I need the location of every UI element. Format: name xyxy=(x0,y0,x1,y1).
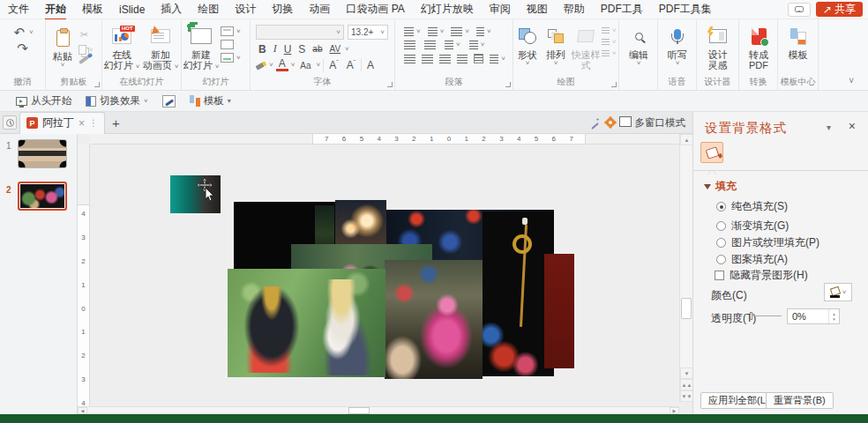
grow-font-button[interactable]: Aˆ xyxy=(326,59,340,71)
decrease-indent-icon[interactable] xyxy=(404,41,415,49)
transparency-slider-track[interactable] xyxy=(752,315,782,316)
font-launcher-icon[interactable] xyxy=(387,82,393,87)
transparency-spinner[interactable]: ▴ ▾ xyxy=(828,309,839,323)
edit-button[interactable]: 编辑 ˅ xyxy=(619,22,658,67)
italic-button[interactable]: I xyxy=(271,42,280,56)
tab-menu-icon[interactable]: ⋮ xyxy=(89,118,98,128)
transparency-spinbox[interactable]: 0% ▴ ▾ xyxy=(787,308,840,324)
paragraph-launcher-icon[interactable] xyxy=(505,82,511,87)
slide-image-center-performers[interactable] xyxy=(385,260,483,379)
solid-fill-option[interactable]: 纯色填充(S) xyxy=(716,199,788,214)
scroll-right-button[interactable]: ▶ xyxy=(670,407,679,414)
menu-pocket-animation[interactable]: 口袋动画 PA xyxy=(338,0,412,19)
slide-layout-icon[interactable] xyxy=(221,26,234,36)
vertical-scrollbar[interactable]: ▲ ▼ ▲▲ ▼▼ xyxy=(679,134,692,402)
bold-button[interactable]: B xyxy=(256,43,269,56)
slide-image-left-pair[interactable] xyxy=(228,269,385,377)
tab-close-icon[interactable]: × xyxy=(79,117,85,130)
shape-outline-icon[interactable] xyxy=(602,39,610,46)
text-box-icon[interactable] xyxy=(474,54,483,63)
menu-transitions[interactable]: 切换 xyxy=(264,0,301,19)
comment-button[interactable] xyxy=(788,3,811,17)
align-center-icon[interactable] xyxy=(422,55,433,63)
design-inspiration-button[interactable]: 设计 灵感 xyxy=(699,22,737,70)
magic-wand-icon[interactable] xyxy=(590,118,600,128)
char-spacing-button[interactable]: AV xyxy=(326,44,343,54)
slide-image-maroon[interactable] xyxy=(544,254,574,368)
numbering-icon[interactable] xyxy=(428,27,438,36)
annotate-button[interactable] xyxy=(157,93,181,109)
multi-window-button[interactable]: 多窗口模式 xyxy=(621,116,686,130)
columns-icon[interactable] xyxy=(445,41,453,49)
spin-down-icon[interactable]: ▾ xyxy=(833,316,835,322)
undo-button[interactable]: ↶ xyxy=(11,26,26,40)
change-case-button[interactable]: Aa xyxy=(297,61,313,70)
scroll-up-button[interactable]: ▲ xyxy=(680,134,692,145)
horizontal-scroll-thumb[interactable] xyxy=(348,407,370,414)
wrap-text-icon[interactable] xyxy=(490,55,498,63)
menu-pdf-tools[interactable]: PDF工具 xyxy=(593,0,651,19)
sort-icon[interactable] xyxy=(476,27,484,36)
hide-background-checkbox[interactable] xyxy=(715,271,724,280)
menu-view[interactable]: 视图 xyxy=(519,0,556,19)
shape-effects-icon[interactable] xyxy=(602,50,610,57)
text-direction-icon[interactable] xyxy=(469,41,478,49)
to-pdf-button[interactable]: 转成 PDF xyxy=(739,22,778,70)
gradient-fill-radio[interactable] xyxy=(716,221,726,231)
menu-file[interactable]: 文件 xyxy=(0,0,37,19)
menu-draw[interactable]: 绘图 xyxy=(190,0,227,19)
panel-close-icon[interactable]: × xyxy=(849,119,856,133)
copy-icon[interactable] xyxy=(79,45,86,55)
redo-button[interactable]: ↷ xyxy=(15,41,30,56)
font-size-select[interactable]: 13.2+˅ xyxy=(348,25,388,40)
document-tab[interactable]: P 阿拉丁 × ⋮ xyxy=(19,112,105,134)
template-button[interactable]: 模板 xyxy=(779,22,818,60)
bullets-icon[interactable] xyxy=(404,27,414,36)
menu-slideshow[interactable]: 幻灯片放映 xyxy=(413,0,482,19)
from-start-button[interactable]: 从头开始 xyxy=(11,93,77,109)
new-tab-button[interactable]: + xyxy=(105,115,127,130)
slide-image-stage[interactable] xyxy=(335,200,386,249)
shrink-font-button[interactable]: Aˇ xyxy=(344,59,358,71)
menu-template[interactable]: 模板 xyxy=(74,0,111,19)
menu-islide[interactable]: iSlide xyxy=(111,1,153,19)
increase-indent-icon[interactable] xyxy=(424,41,436,49)
reset-background-button[interactable]: 重置背景(B) xyxy=(766,392,834,409)
section-icon[interactable] xyxy=(221,53,234,63)
cut-button[interactable]: ✂ xyxy=(79,27,94,41)
menu-animations[interactable]: 动画 xyxy=(301,0,338,19)
settings-gear-icon[interactable] xyxy=(606,118,615,127)
line-spacing-icon[interactable] xyxy=(451,27,462,36)
collapse-ribbon-icon[interactable]: ˅ xyxy=(849,78,854,85)
picture-fill-option[interactable]: 图片或纹理填充(P) xyxy=(716,235,819,250)
fill-tab-button[interactable] xyxy=(700,142,723,163)
horizontal-scrollbar[interactable]: ◀ ▶ xyxy=(78,406,679,414)
transition-effect-button[interactable]: 切换效果 ˅ xyxy=(80,93,153,109)
highlight-color-icon[interactable] xyxy=(256,61,267,70)
slide-image-crescent[interactable] xyxy=(483,212,554,376)
quick-template-button[interactable]: 模板 ▾ xyxy=(184,93,236,109)
reset-slide-icon[interactable] xyxy=(221,40,234,49)
menu-design[interactable]: 设计 xyxy=(227,0,264,19)
picture-fill-radio[interactable] xyxy=(716,238,726,248)
menu-review[interactable]: 审阅 xyxy=(482,0,519,19)
gradient-rectangle-object[interactable] xyxy=(170,175,221,213)
clipboard-launcher-icon[interactable] xyxy=(94,82,100,87)
drawing-launcher-icon[interactable] xyxy=(611,82,617,87)
shadow-button[interactable]: S xyxy=(296,43,308,56)
underline-button[interactable]: U xyxy=(281,43,295,56)
gradient-fill-option[interactable]: 渐变填充(G) xyxy=(716,219,789,234)
vertical-scroll-thumb[interactable] xyxy=(681,298,692,319)
menu-pdf-toolkit[interactable]: PDF工具集 xyxy=(651,0,720,19)
color-picker-button[interactable]: ˅ xyxy=(824,283,852,301)
shape-fill-icon[interactable] xyxy=(602,27,610,34)
font-color-button[interactable]: A xyxy=(276,59,288,71)
scroll-left-button[interactable]: ◀ xyxy=(78,407,87,414)
next-slide-button[interactable]: ▼▼ xyxy=(680,390,692,402)
pattern-fill-option[interactable]: 图案填充(A) xyxy=(716,252,788,267)
undo-caret-icon[interactable]: ˅ xyxy=(29,29,34,36)
menu-home[interactable]: 开始 xyxy=(37,0,74,19)
pattern-fill-radio[interactable] xyxy=(716,255,726,264)
justify-icon[interactable] xyxy=(457,55,468,63)
history-button[interactable] xyxy=(3,115,17,130)
